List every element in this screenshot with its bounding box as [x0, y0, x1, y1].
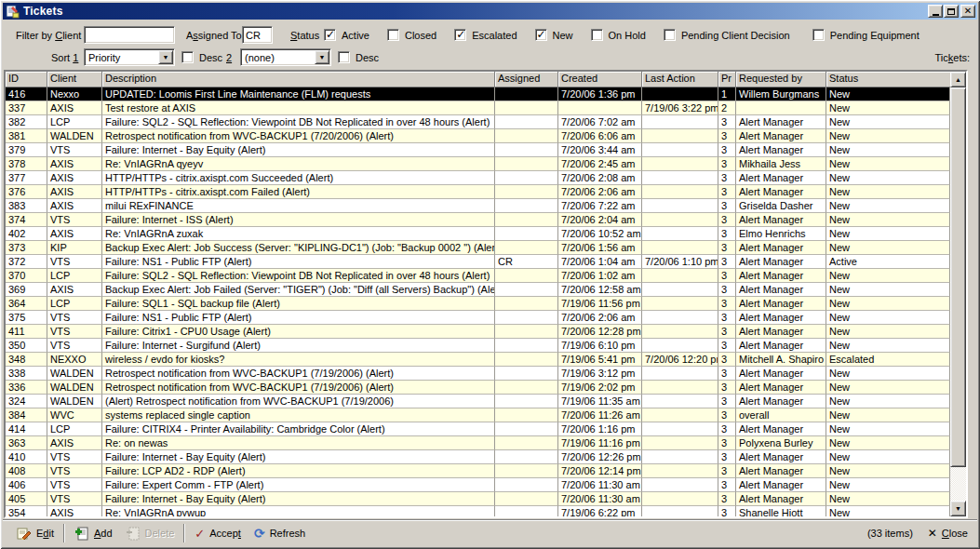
table-row[interactable]: 406VTSFailure: Expert Comm - FTP (Alert)… — [6, 478, 950, 492]
table-row[interactable]: 379VTSFailure: Internet - Bay Equity (Al… — [6, 143, 950, 157]
minimize-button[interactable] — [928, 5, 943, 18]
minimize-icon — [933, 14, 939, 16]
cell-status: New — [826, 381, 950, 395]
cell-description: (Alert) Retrospect notification from WVC… — [102, 395, 495, 408]
sort-2-dropdown[interactable]: (none) ▼ — [240, 48, 331, 66]
status-checkbox-label: On Hold — [609, 30, 646, 41]
table-row[interactable]: 405VTSFailure: Internet - Bay Equity (Al… — [6, 492, 950, 506]
sort-1-desc-checkbox[interactable] — [181, 51, 194, 63]
sort-2-desc-checkbox[interactable] — [338, 51, 350, 63]
column-header-description[interactable]: Description — [102, 72, 495, 87]
status-checkbox-new[interactable] — [535, 29, 547, 41]
edit-button[interactable]: Edit — [10, 522, 60, 544]
cell-created: 7/20/06 3:44 am — [558, 143, 642, 157]
filter-row: Filter by Client Assigned To Status Acti… — [3, 25, 977, 46]
cell-pr: 3 — [718, 185, 736, 199]
status-checkbox-on-hold[interactable] — [591, 29, 603, 41]
table-row[interactable]: 374VTSFailure: Internet - ISS (Alert)7/2… — [6, 213, 950, 227]
status-checkbox-pending-equipment[interactable] — [812, 29, 825, 41]
column-header-assigned[interactable]: Assigned — [495, 72, 558, 87]
toolbar-separator — [63, 524, 65, 542]
table-row[interactable]: 414LCPFailure: CITRIX4 - Printer Availab… — [6, 422, 950, 436]
table-row[interactable]: 375VTSFailure: NS1 - Public FTP (Alert)7… — [6, 311, 950, 325]
table-row[interactable]: 348NEXXOwireless / evdo for kiosks?7/19/… — [6, 353, 950, 367]
close-window-button[interactable]: ✕ — [960, 5, 975, 18]
cell-requested-by: Alert Manager — [736, 478, 826, 492]
table-row[interactable]: 363AXISRe: on newas7/19/06 11:16 pm3Poly… — [6, 436, 950, 450]
cell-last-action — [642, 492, 718, 506]
assigned-to-input[interactable] — [242, 26, 273, 44]
cell-description: Retrospect notification from WVC-BACKUP1… — [102, 381, 495, 395]
cell-pr: 3 — [718, 339, 736, 353]
table-row[interactable]: 373KIPBackup Exec Alert: Job Success (Se… — [6, 241, 950, 255]
scroll-up-button[interactable]: ▲ — [950, 72, 966, 87]
table-row[interactable]: 338WALDENRetrospect notification from WV… — [6, 367, 950, 381]
scroll-down-button[interactable]: ▼ — [950, 501, 966, 516]
column-header-pr[interactable]: Pr — [718, 72, 736, 87]
toolbar-separator — [183, 524, 185, 542]
vertical-scrollbar[interactable]: ▲ ▼ — [950, 72, 966, 516]
table-row[interactable]: 372VTSFailure: NS1 - Public FTP (Alert)C… — [6, 255, 950, 269]
table-row[interactable]: 378AXISRe: VnIAGRnA qyeyv7/20/06 2:45 am… — [6, 157, 950, 171]
table-row[interactable]: 382LCPFailure: SQL2 - SQL Reflection: Vi… — [6, 115, 950, 129]
column-header-requested-by[interactable]: Requested by — [736, 72, 826, 87]
cell-requested-by: Alert Manager — [736, 255, 826, 269]
maximize-button[interactable] — [944, 5, 959, 18]
table-row[interactable]: 369AXISBackup Exec Alert: Job Failed (Se… — [6, 283, 950, 297]
column-header-client[interactable]: Client — [47, 72, 102, 87]
table-row[interactable]: 408VTSFailure: LCP AD2 - RDP (Alert)7/20… — [6, 464, 950, 478]
column-header-last-action[interactable]: Last Action — [642, 72, 718, 87]
chevron-down-icon[interactable]: ▼ — [315, 50, 329, 64]
accept-button[interactable]: ✓ Accept — [188, 522, 248, 544]
status-checkbox-active[interactable] — [324, 29, 336, 41]
status-checkbox-closed[interactable] — [387, 29, 399, 41]
table-row[interactable]: 354AXISRe: VnIAGRnA pywup7/19/06 6:22 pm… — [6, 506, 950, 516]
cell-id: 354 — [6, 506, 47, 516]
cell-created: 7/19/06 6:22 pm — [558, 506, 642, 516]
table-row[interactable]: 383AXISmilui RExFINANCE7/20/06 7:22 am3G… — [6, 199, 950, 213]
table-row[interactable]: 416NexxoUPDATED: Loomis First Line Maint… — [6, 87, 950, 101]
table-row[interactable]: 337AXISTest restore at AXIS7/19/06 3:22 … — [6, 101, 950, 115]
cell-assigned — [495, 241, 558, 255]
table-row[interactable]: 377AXISHTTP/HTTPs - citrix.axispt.com Su… — [6, 171, 950, 185]
cell-pr: 3 — [718, 269, 736, 283]
cell-requested-by: Shanelle Hiott — [736, 506, 826, 516]
add-button[interactable]: Add — [68, 522, 119, 544]
column-header-status[interactable]: Status — [826, 72, 950, 87]
scrollbar-thumb[interactable] — [950, 87, 966, 467]
table-row[interactable]: 381WALDENRetrospect notification from WV… — [6, 129, 950, 143]
cell-client: AXIS — [47, 101, 102, 115]
cell-id: 406 — [6, 478, 47, 492]
table-row[interactable]: 364LCPFailure: SQL1 - SQL backup file (A… — [6, 297, 950, 311]
table-row[interactable]: 410VTSFailure: Internet - Bay Equity (Al… — [6, 450, 950, 464]
status-checkbox-label: Escalated — [472, 30, 517, 41]
table-row[interactable]: 411VTSFailure: Citrix1 - CPU0 Usage (Ale… — [6, 325, 950, 339]
cell-pr: 3 — [718, 450, 736, 464]
cell-pr: 3 — [718, 353, 736, 367]
column-header-created[interactable]: Created — [558, 72, 642, 87]
table-row[interactable]: 370LCPFailure: SQL2 - SQL Reflection: Vi… — [6, 269, 950, 283]
column-header-id[interactable]: ID — [6, 72, 47, 87]
chevron-down-icon[interactable]: ▼ — [158, 50, 173, 64]
cell-requested-by: Alert Manager — [736, 450, 826, 464]
cell-description: UPDATED: Loomis First Line Maintenance (… — [102, 87, 495, 101]
status-checkbox-escalated[interactable] — [454, 29, 466, 41]
cell-id: 410 — [6, 450, 47, 464]
refresh-button[interactable]: ⟳ Refresh — [248, 522, 312, 544]
cell-created: 7/19/06 11:56 pm — [558, 297, 642, 311]
table-row[interactable]: 336WALDENRetrospect notification from WV… — [6, 381, 950, 395]
close-button[interactable]: ✕ Close — [926, 522, 970, 544]
table-row[interactable]: 324WALDEN(Alert) Retrospect notification… — [6, 395, 950, 408]
table-row[interactable]: 384WVCsystems replaced single caption7/2… — [6, 408, 950, 422]
cell-status: New — [826, 422, 950, 436]
cell-description: Failure: NS1 - Public FTP (Alert) — [102, 311, 495, 325]
cell-assigned — [495, 436, 558, 450]
table-row[interactable]: 402AXISRe: VnIAGRnA zuxak7/20/06 10:52 a… — [6, 227, 950, 241]
sort-1-dropdown[interactable]: Priority ▼ — [84, 48, 175, 66]
table-row[interactable]: 376AXISHTTP/HTTPs - citrix.axispt.com Fa… — [6, 185, 950, 199]
status-checkbox-pending-client-decision[interactable] — [664, 29, 676, 41]
table-row[interactable]: 350VTSFailure: Internet - Surgifund (Ale… — [6, 339, 950, 353]
cell-status: New — [826, 227, 950, 241]
filter-client-input[interactable] — [84, 26, 175, 44]
cell-created: 7/20/06 2:06 am — [558, 185, 642, 199]
